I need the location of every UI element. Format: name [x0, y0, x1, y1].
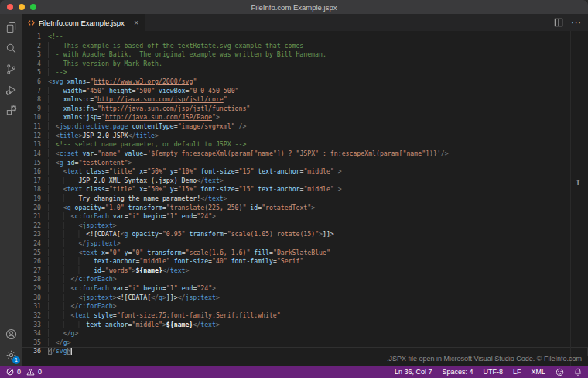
code-line[interactable]: 24 </jsp:text>: [22, 239, 588, 249]
code-line[interactable]: 25 <text x="0" y="0" transform="scale(1.…: [22, 249, 588, 258]
code-line[interactable]: 6<svg xmlns="http://www.w3.org/2000/svg": [22, 77, 588, 87]
line-number: 16: [22, 167, 41, 177]
code-line[interactable]: 16 <text class="title" x="50%" y="10%" f…: [22, 167, 588, 177]
code-line[interactable]: 3 - with Apache Batik. The original exam…: [22, 50, 588, 60]
code-text: </g>: [41, 338, 71, 348]
line-number: 3: [22, 50, 41, 60]
split-editor-icon[interactable]: [554, 18, 563, 27]
extensions-icon[interactable]: [0, 101, 22, 122]
code-line[interactable]: 26 text-anchor="middle" font-size="40" f…: [22, 257, 588, 266]
code-text: - with Apache Batik. The original exampl…: [41, 50, 326, 60]
minimize-window-button[interactable]: [19, 4, 25, 10]
line-number: 21: [22, 212, 41, 222]
code-text: <text x="0" y="0" transform="scale(1.6, …: [41, 249, 330, 258]
code-line[interactable]: 12 <title>JSP 2.0 JSPX</title>: [22, 132, 588, 141]
language-mode[interactable]: XML: [531, 368, 545, 376]
code-line[interactable]: 20 <g opacity="1.0" transform="translate…: [22, 204, 588, 213]
line-number: 8: [22, 95, 41, 105]
line-number: 7: [22, 87, 41, 96]
code-text: -->: [41, 68, 67, 77]
code-line[interactable]: 4 - This version by Mark Roth.: [22, 60, 588, 69]
notifications-bell-icon[interactable]: [574, 368, 582, 376]
code-line[interactable]: 27 id="words">${name}</text>: [22, 266, 588, 276]
zoom-window-button[interactable]: [30, 4, 36, 10]
code-text: xmlns:c="http://java.sun.com/jsp/jstl/co…: [41, 95, 227, 105]
accounts-icon[interactable]: [0, 324, 22, 345]
tab-fileinfo-example[interactable]: FileInfo.com Example.jspx ×: [22, 14, 145, 31]
run-debug-icon[interactable]: [0, 80, 22, 101]
search-icon[interactable]: [0, 38, 22, 59]
code-line[interactable]: 17 JSP 2.0 XML Syntax (.jspx) Demo</text…: [22, 177, 588, 186]
code-line[interactable]: 1<!--: [22, 33, 588, 42]
code-line[interactable]: 22 <jsp:text>: [22, 222, 588, 231]
code-text: <text class="title" x="50%" y="10%" font…: [41, 167, 342, 177]
code-text: <c:forEach var="i" begin="1" end="24">: [41, 212, 216, 222]
watermark-text: .JSPX file open in Microsoft Visual Stud…: [387, 355, 582, 363]
overview-ruler-mark: T: [576, 178, 580, 187]
code-line[interactable]: 21 <c:forEach var="i" begin="1" end="24"…: [22, 212, 588, 222]
code-text: <jsp:directive.page contentType="image/s…: [41, 122, 246, 132]
feedback-smiley-icon[interactable]: [556, 368, 564, 376]
code-line[interactable]: 10 xmlns:jsp="http://java.sun.com/JSP/Pa…: [22, 113, 588, 122]
code-line[interactable]: 23 <![CDATA[<g opacity="0.95" transform=…: [22, 230, 588, 239]
close-window-button[interactable]: [7, 4, 13, 10]
more-actions-icon[interactable]: ···: [571, 18, 582, 27]
overview-ruler-border: [570, 31, 571, 366]
code-line[interactable]: 32 <text style="font-size:75;font-family…: [22, 311, 588, 321]
code-line[interactable]: 28 </c:forEach>: [22, 275, 588, 284]
line-number: 22: [22, 222, 41, 231]
explorer-icon[interactable]: [0, 17, 22, 38]
warnings-icon: [26, 368, 35, 376]
code-line[interactable]: 5 -->: [22, 68, 588, 77]
code-text: <title>JSP 2.0 JSPX</title>: [41, 132, 159, 141]
code-line[interactable]: 31 </c:forEach>: [22, 302, 588, 311]
manage-gear-icon[interactable]: 1: [0, 345, 22, 366]
code-line[interactable]: 15 <g id="testContent">: [22, 159, 588, 168]
code-line[interactable]: 13 <!-- select name parameter, or defaul…: [22, 140, 588, 149]
errors-icon: [6, 368, 14, 376]
code-text: </g>: [41, 329, 78, 338]
code-line[interactable]: 19 Try changing the name parameter!</tex…: [22, 194, 588, 204]
code-line[interactable]: 29 <c:forEach var="i" begin="1" end="24"…: [22, 284, 588, 294]
line-number: 12: [22, 132, 41, 141]
line-number: 5: [22, 68, 41, 77]
line-number: 31: [22, 302, 41, 311]
code-line[interactable]: 35 </g>: [22, 338, 588, 348]
editor-group: FileInfo.com Example.jspx × ··· 1<!--2 -…: [22, 14, 588, 366]
line-number: 11: [22, 122, 41, 132]
cursor-position[interactable]: Ln 36, Col 7: [395, 368, 432, 376]
code-line[interactable]: 14 <c:set var="name" value='${empty fn:e…: [22, 149, 588, 159]
code-line[interactable]: 8 xmlns:c="http://java.sun.com/jsp/jstl/…: [22, 95, 588, 105]
tab-close-icon[interactable]: ×: [134, 19, 138, 27]
code-editor[interactable]: 1<!--2 - This example is based off the t…: [22, 31, 588, 366]
eol-sequence[interactable]: LF: [513, 368, 521, 376]
code-line[interactable]: 18 <text class="title" x="50%" y="15%" f…: [22, 185, 588, 194]
line-number: 25: [22, 249, 41, 258]
code-text: <![CDATA[<g opacity="0.95" transform="sc…: [41, 230, 334, 239]
line-number: 9: [22, 105, 41, 114]
code-text: <c:set var="name" value='${empty fn:esca…: [41, 149, 449, 159]
activity-bar: 1: [0, 14, 22, 366]
indentation[interactable]: Spaces: 4: [442, 368, 473, 376]
code-text: text-anchor="middle">${name}</text>: [41, 321, 220, 330]
line-number: 10: [22, 113, 41, 122]
code-text: xmlns:jsp="http://java.sun.com/JSP/Page"…: [41, 113, 220, 122]
code-text: - This example is based off the textRota…: [41, 42, 303, 51]
code-text: <!-- select name parameter, or default t…: [41, 140, 246, 149]
line-number: 19: [22, 194, 41, 204]
code-line[interactable]: 7 width="450" height="500" viewBox="0 0 …: [22, 87, 588, 96]
code-line[interactable]: 11 <jsp:directive.page contentType="imag…: [22, 122, 588, 132]
line-number: 34: [22, 329, 41, 338]
code-text: width="450" height="500" viewBox="0 0 45…: [41, 87, 239, 96]
code-line[interactable]: 30 <jsp:text><![CDATA[</g>]]></jsp:text>: [22, 294, 588, 303]
line-number: 23: [22, 230, 41, 239]
line-number: 26: [22, 257, 41, 266]
encoding[interactable]: UTF-8: [483, 368, 503, 376]
code-line[interactable]: 34 </g>: [22, 329, 588, 338]
source-control-icon[interactable]: [0, 59, 22, 80]
code-line[interactable]: 2 - This example is based off the textRo…: [22, 42, 588, 51]
line-number: 27: [22, 266, 41, 276]
problems-indicator[interactable]: 0 0: [6, 368, 42, 376]
code-line[interactable]: 33 text-anchor="middle">${name}</text>: [22, 321, 588, 330]
code-line[interactable]: 9 xmlns:fn="http://java.sun.com/jsp/jstl…: [22, 105, 588, 114]
